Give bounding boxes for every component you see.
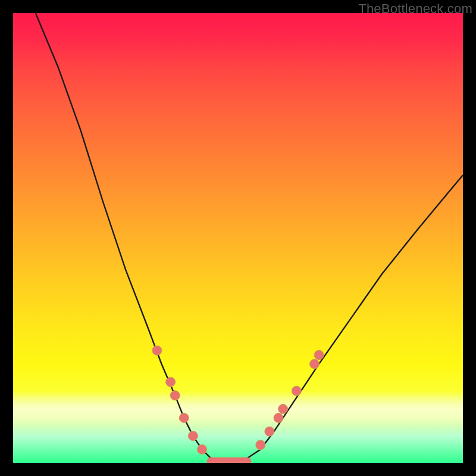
marker-dot	[265, 427, 274, 436]
marker-cluster-right	[256, 350, 324, 450]
chart-overlay	[13, 13, 463, 463]
marker-dot	[314, 350, 324, 360]
marker-dot	[310, 359, 320, 369]
marker-dot	[166, 377, 176, 387]
marker-dot	[256, 440, 265, 450]
marker-dot	[152, 346, 162, 355]
chart-frame: TheBottleneck.com	[0, 0, 476, 476]
watermark-text: TheBottleneck.com	[358, 1, 472, 17]
marker-dot	[278, 404, 288, 414]
marker-dot	[198, 444, 207, 454]
plot-area	[13, 13, 463, 463]
marker-dot	[292, 386, 301, 396]
marker-dot	[274, 413, 283, 422]
bottleneck-curve	[36, 13, 463, 463]
marker-dot	[179, 413, 189, 422]
marker-dot	[188, 431, 198, 441]
marker-dot	[170, 391, 180, 400]
